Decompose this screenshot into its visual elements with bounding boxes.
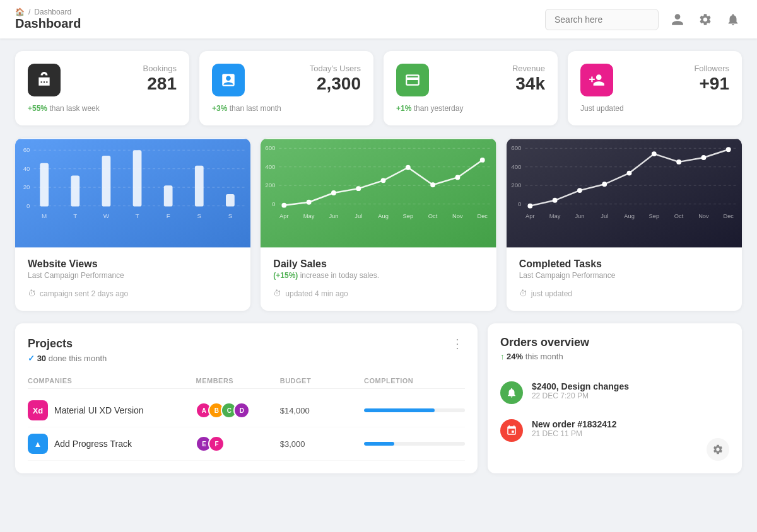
breadcrumb-sep: /: [28, 8, 30, 16]
followers-info: Followers +91: [622, 64, 729, 95]
projects-done-count: 30: [37, 354, 46, 363]
order-dot-2: [500, 419, 523, 442]
col-companies: COMPANIES: [28, 377, 196, 385]
revenue-footer-text: than yesterday: [414, 104, 464, 113]
svg-point-35: [356, 186, 361, 191]
stat-card-followers: Followers +91 Just updated: [568, 51, 742, 125]
chart-website-views: 60 40 20 0: [15, 138, 250, 311]
nav-brand: 🏠 / Dashboard Dashboard: [15, 8, 81, 31]
order-name-2: New order #1832412: [532, 419, 729, 429]
svg-text:Jul: Jul: [355, 213, 363, 219]
order-dot-1: [500, 381, 523, 404]
svg-point-64: [652, 151, 657, 156]
project-name-cell-2: ▲ Add Progress Track: [28, 434, 196, 454]
website-views-meta-text: campaign sent 2 days ago: [40, 289, 128, 298]
search-input[interactable]: [545, 9, 659, 30]
chart-completed-tasks: 600 400 200 0: [507, 138, 742, 311]
revenue-icon: [396, 64, 429, 96]
page-title: Dashboard: [15, 16, 81, 31]
order-date-2: 21 DEC 11 PM: [532, 429, 729, 438]
svg-text:40: 40: [23, 165, 30, 172]
svg-text:400: 400: [511, 163, 522, 170]
followers-label: Followers: [622, 64, 729, 73]
col-budget: BUDGET: [280, 377, 364, 385]
projects-table-header: COMPANIES MEMBERS BUDGET COMPLETION: [28, 373, 465, 389]
order-item-1: $2400, Design changes 22 DEC 7:20 PM: [500, 374, 729, 412]
svg-point-32: [282, 203, 287, 208]
check-icon: ✓: [28, 354, 35, 363]
followers-value: +91: [622, 73, 729, 95]
website-views-chart: 60 40 20 0: [15, 138, 250, 248]
stat-card-header: Today's Users 2,300: [212, 64, 361, 96]
followers-footer-text: Just updated: [580, 104, 624, 113]
projects-menu-icon[interactable]: ⋮: [451, 336, 465, 351]
daily-sales-subtitle: (+15%) increase in today sales.: [273, 271, 483, 280]
svg-text:60: 60: [23, 146, 30, 153]
bookings-footer: +55% than lask week: [28, 104, 177, 113]
svg-text:Aug: Aug: [624, 213, 635, 219]
col-members: MEMBERS: [196, 377, 279, 385]
orders-settings-button[interactable]: [707, 438, 729, 461]
svg-point-59: [527, 204, 532, 209]
daily-sales-meta-text: updated 4 min ago: [285, 289, 348, 298]
avatar-6: F: [208, 436, 225, 452]
notifications-icon[interactable]: [724, 11, 742, 28]
users-footer: +3% than last month: [212, 104, 361, 113]
svg-point-61: [577, 188, 582, 193]
users-value: 2,300: [254, 73, 361, 95]
svg-point-63: [626, 171, 631, 176]
daily-sales-chart: 600 400 200 0: [261, 138, 496, 248]
table-row: ▲ Add Progress Track E F $3,000: [28, 427, 465, 461]
users-info: Today's Users 2,300: [254, 64, 361, 95]
website-views-meta: ⏱ campaign sent 2 days ago: [28, 289, 238, 298]
svg-text:400: 400: [266, 163, 276, 170]
bookings-icon: [28, 64, 61, 96]
users-highlight: +3%: [212, 104, 227, 113]
orders-title: Orders overview: [500, 336, 729, 349]
revenue-value: 34k: [438, 73, 545, 95]
projects-card: Projects ⋮ ✓ 30 done this month COMPANIE…: [15, 323, 478, 473]
projects-done-label: done this month: [49, 354, 107, 363]
daily-sales-meta: ⏱ updated 4 min ago: [273, 289, 483, 298]
user-icon[interactable]: [669, 11, 686, 28]
svg-rect-14: [195, 166, 204, 207]
svg-rect-50: [507, 139, 742, 248]
top-nav: 🏠 / Dashboard Dashboard: [0, 0, 757, 38]
completed-tasks-body: Completed Tasks Last Campaign Performanc…: [507, 248, 742, 311]
svg-text:Nov: Nov: [698, 213, 709, 219]
bookings-value: 281: [69, 73, 177, 95]
projects-done: ✓ 30 done this month: [28, 354, 465, 363]
stat-card-header: Bookings 281: [28, 64, 177, 96]
svg-text:600: 600: [511, 144, 522, 151]
svg-text:May: May: [549, 213, 560, 219]
svg-point-60: [552, 198, 557, 203]
svg-text:20: 20: [23, 183, 30, 190]
breadcrumb-home: 🏠: [15, 8, 25, 16]
svg-text:0: 0: [518, 200, 522, 207]
revenue-info: Revenue 34k: [438, 64, 545, 95]
main-content: Bookings 281 +55% than lask week Today's: [0, 38, 757, 486]
member-avatars-1: A B C D: [196, 402, 279, 419]
svg-point-37: [406, 165, 411, 170]
projects-title: Projects: [28, 337, 73, 350]
orders-percent: 24%: [507, 352, 523, 361]
nav-right: [545, 9, 742, 30]
bottom-row: Projects ⋮ ✓ 30 done this month COMPANIE…: [15, 323, 742, 473]
settings-icon[interactable]: [696, 11, 714, 28]
stat-card-users: Today's Users 2,300 +3% than last month: [199, 51, 373, 125]
progress-bar-fill-1: [364, 408, 435, 412]
svg-rect-12: [133, 150, 142, 206]
bookings-footer-text: than lask week: [49, 104, 99, 113]
completed-tasks-title: Completed Tasks: [519, 258, 729, 270]
svg-rect-11: [102, 156, 111, 207]
svg-point-66: [701, 155, 706, 160]
svg-point-67: [725, 147, 731, 152]
completed-tasks-chart: 600 400 200 0: [507, 138, 742, 248]
svg-text:M: M: [42, 212, 47, 219]
clock-icon: ⏱: [28, 289, 36, 298]
svg-text:W: W: [103, 212, 110, 219]
svg-text:Apr: Apr: [279, 213, 289, 219]
svg-text:Sep: Sep: [648, 213, 659, 219]
daily-sales-body: Daily Sales (+15%) increase in today sal…: [261, 248, 496, 311]
completed-tasks-meta: ⏱ just updated: [519, 289, 729, 298]
